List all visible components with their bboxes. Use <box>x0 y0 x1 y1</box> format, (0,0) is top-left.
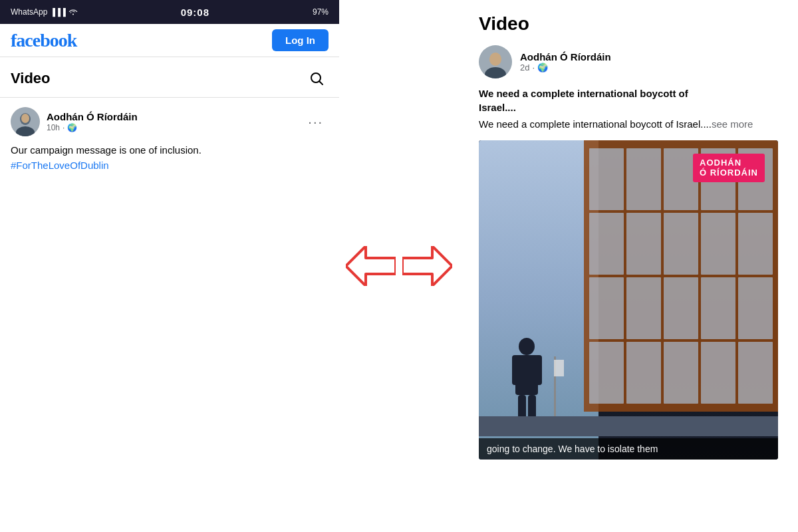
video-background: AODHÁN Ó RÍORDÁIN going to chan <box>479 140 778 460</box>
window <box>626 277 661 339</box>
svg-rect-15 <box>534 355 542 385</box>
video-section-header: Video <box>0 57 339 98</box>
bold-line2: Israel.... <box>479 102 516 113</box>
right-separator: · <box>532 63 535 72</box>
video-thumbnail[interactable]: AODHÁN Ó RÍORDÁIN going to chan <box>479 140 778 460</box>
window <box>701 277 735 339</box>
svg-rect-19 <box>554 360 564 376</box>
more-options-button[interactable]: ··· <box>303 112 329 132</box>
window <box>626 148 661 210</box>
window <box>701 213 735 275</box>
desktop-facebook: Video Aodhán Ó Ríordáin 2d · 🌍 We need a… <box>459 0 798 532</box>
post-author-name: Aodhán Ó Ríordáin <box>47 111 138 122</box>
window <box>664 277 698 339</box>
whatsapp-label: WhatsApp <box>11 7 47 17</box>
window <box>664 342 698 404</box>
phone-mockup: WhatsApp ▐▐▐ 09:08 97% facebook Log In V… <box>0 0 339 532</box>
svg-line-1 <box>320 82 323 85</box>
subtitle-text: going to change. We have to isolate them <box>487 444 658 454</box>
right-post-bold-text: We need a complete international boycott… <box>479 86 778 114</box>
window <box>589 277 624 339</box>
login-button[interactable]: Log In <box>272 29 329 51</box>
brand-badge: AODHÁN Ó RÍORDÁIN <box>693 154 765 182</box>
facebook-logo: facebook <box>11 30 76 51</box>
post-text: Our campaign message is one of inclusion… <box>11 143 329 173</box>
svg-marker-7 <box>346 246 396 286</box>
window <box>589 213 624 275</box>
svg-rect-14 <box>512 355 520 385</box>
video-subtitle: going to change. We have to isolate them <box>479 438 778 460</box>
post-card: Aodhán Ó Ríordáin 10h · 🌍 ··· Our campai… <box>0 98 339 186</box>
status-bar-time: 09:08 <box>181 7 209 18</box>
right-author-info: Aodhán Ó Ríordáin 2d · 🌍 <box>520 51 611 72</box>
avatar <box>11 107 40 136</box>
post-hashtag[interactable]: #ForTheLoveOfDublin <box>11 160 109 171</box>
signal-icon: ▐▐▐ <box>50 8 65 16</box>
post-header-left: Aodhán Ó Ríordáin 10h · 🌍 <box>11 107 138 136</box>
right-globe-icon: 🌍 <box>537 63 548 72</box>
post-body: Our campaign message is one of inclusion… <box>11 144 201 156</box>
window <box>626 342 661 404</box>
wifi-icon <box>68 7 78 17</box>
see-more-link[interactable]: see more <box>712 118 753 130</box>
brand-line2: Ó RÍORDÁIN <box>700 168 758 178</box>
separator: · <box>63 123 65 132</box>
ground <box>479 416 778 436</box>
window <box>701 342 735 404</box>
window <box>626 213 661 275</box>
person-silhouette <box>509 336 545 423</box>
window <box>738 213 773 275</box>
phone-frame: WhatsApp ▐▐▐ 09:08 97% facebook Log In V… <box>0 0 339 532</box>
window <box>589 148 624 210</box>
post-meta: 10h · 🌍 <box>47 123 138 132</box>
svg-point-5 <box>21 114 29 123</box>
window <box>664 213 698 275</box>
window <box>738 342 773 404</box>
globe-icon: 🌍 <box>67 123 77 132</box>
right-author-name: Aodhán Ó Ríordáin <box>520 51 611 63</box>
svg-point-10 <box>489 53 501 66</box>
right-post-meta: 2d · 🌍 <box>520 63 611 72</box>
facebook-header: facebook Log In <box>0 24 339 57</box>
video-section-title: Video <box>11 70 51 87</box>
left-arrow-icon <box>346 246 396 286</box>
right-post-time: 2d <box>520 63 529 72</box>
brand-line1: AODHÁN <box>700 158 758 168</box>
right-post-header: Aodhán Ó Ríordáin 2d · 🌍 <box>479 45 778 78</box>
window <box>738 277 773 339</box>
status-bar: WhatsApp ▐▐▐ 09:08 97% <box>0 0 339 24</box>
right-video-title: Video <box>479 13 778 35</box>
status-bar-left: WhatsApp ▐▐▐ <box>11 7 78 17</box>
body-text: We need a complete international boycott… <box>479 118 712 130</box>
svg-point-12 <box>519 338 535 355</box>
search-button[interactable] <box>305 66 329 90</box>
right-post-body: We need a complete international boycott… <box>479 117 778 132</box>
right-arrow-icon <box>402 246 452 286</box>
svg-marker-8 <box>402 246 452 286</box>
post-time: 10h <box>47 123 60 132</box>
status-bar-battery: 97% <box>313 7 329 17</box>
post-header: Aodhán Ó Ríordáin 10h · 🌍 ··· <box>11 107 329 136</box>
bold-line1: We need a complete international boycott… <box>479 88 688 99</box>
post-author-info: Aodhán Ó Ríordáin 10h · 🌍 <box>47 111 138 132</box>
arrows-area <box>339 0 459 532</box>
right-avatar <box>479 45 512 78</box>
window <box>589 342 624 404</box>
flag-pole <box>545 356 565 423</box>
